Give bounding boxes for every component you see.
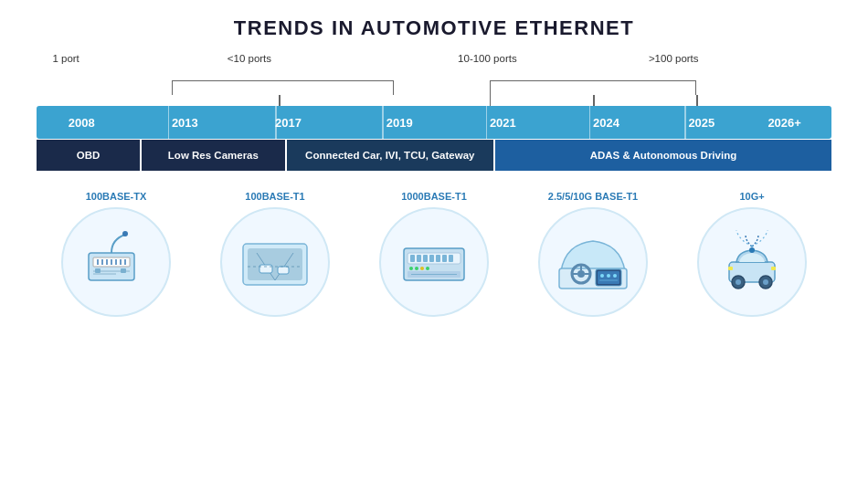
port-label-3: 10-100 ports <box>458 53 517 64</box>
bracket-100ports-right-tick <box>696 95 698 106</box>
year-2025: 2025 <box>688 116 715 130</box>
port-label-2: <10 ports <box>228 53 271 64</box>
dashboard-illustration <box>552 221 634 303</box>
svg-rect-27 <box>436 255 440 262</box>
gateway-illustration <box>393 221 475 303</box>
page: TRENDS IN AUTOMOTIVE ETHERNET 1 port <10… <box>0 0 868 504</box>
svg-point-53 <box>749 247 755 253</box>
tech-label-2: 100BASE-T1 <box>245 191 304 202</box>
svg-rect-18 <box>259 265 272 273</box>
svg-point-38 <box>577 270 585 278</box>
bracket-100ports <box>490 80 696 95</box>
cat-connected: Connected Car, IVI, TCU, Gateway <box>287 140 493 171</box>
bracket-area <box>37 80 831 106</box>
cat-obd: OBD <box>37 140 140 171</box>
svg-rect-54 <box>771 267 776 270</box>
svg-rect-55 <box>728 267 733 270</box>
year-2024: 2024 <box>593 116 619 130</box>
year-2008: 2008 <box>69 116 95 130</box>
icon-item-100base-tx: 100BASE-TX <box>43 191 189 317</box>
icon-item-10g: 10G+ <box>679 191 825 317</box>
svg-rect-25 <box>423 255 428 262</box>
year-2026: 2026+ <box>767 116 801 130</box>
icon-item-100base-t1: 100BASE-T1 <box>202 191 348 317</box>
tick-2025 <box>684 106 686 139</box>
svg-point-31 <box>415 267 418 270</box>
bracket-100ports-left-tick <box>490 95 492 106</box>
tick-2019 <box>382 106 384 139</box>
icon-item-1000base-t1: 1000BASE-T1 <box>361 191 507 317</box>
svg-point-45 <box>607 274 610 278</box>
camera-illustration <box>234 221 316 303</box>
page-title: TRENDS IN AUTOMOTIVE ETHERNET <box>234 16 634 40</box>
circle-gateway <box>379 207 489 317</box>
svg-point-52 <box>763 279 768 285</box>
icon-item-25g-base-t1: 2.5/5/10G BASE-T1 <box>520 191 666 317</box>
svg-rect-15 <box>248 248 302 280</box>
circle-autonomous <box>697 207 807 317</box>
svg-point-44 <box>600 274 604 278</box>
port-label-1: 1 port <box>52 53 79 64</box>
timeline-section: 1 port <10 ports 10-100 ports >100 ports… <box>37 53 831 180</box>
autonomous-illustration <box>711 221 793 303</box>
bracket-10ports-tick <box>279 95 281 106</box>
port-labels: 1 port <10 ports 10-100 ports >100 ports <box>37 53 831 80</box>
svg-point-30 <box>409 267 413 270</box>
category-bar: OBD Low Res Cameras Connected Car, IVI, … <box>37 140 831 171</box>
svg-point-50 <box>736 279 741 285</box>
svg-rect-19 <box>278 267 289 274</box>
year-2017: 2017 <box>275 116 302 130</box>
tick-2024 <box>589 106 591 139</box>
svg-point-46 <box>613 274 617 278</box>
tech-label-5: 10G+ <box>739 191 764 202</box>
timeline-bar: 2008 2013 2017 2019 2021 2024 <box>37 106 831 139</box>
svg-rect-29 <box>449 255 453 262</box>
port-label-4: >100 ports <box>649 53 699 64</box>
cat-low-res: Low Res Cameras <box>142 140 285 171</box>
year-2021: 2021 <box>490 116 516 130</box>
year-2013: 2013 <box>172 116 198 130</box>
icons-section: 100BASE-TX <box>37 191 831 317</box>
svg-rect-24 <box>417 255 421 262</box>
circle-camera <box>220 207 330 317</box>
tick-2021 <box>486 106 488 139</box>
circle-obd <box>61 207 171 317</box>
bracket-100ports-mid-tick <box>593 95 595 106</box>
bracket-10ports <box>172 80 395 95</box>
tech-label-4: 2.5/5/10G BASE-T1 <box>548 191 638 202</box>
cat-adas: ADAS & Autonomous Driving <box>495 140 831 171</box>
svg-rect-23 <box>410 255 415 262</box>
svg-point-32 <box>420 267 424 270</box>
svg-rect-12 <box>95 268 101 273</box>
svg-rect-13 <box>121 268 126 273</box>
svg-point-33 <box>426 267 429 270</box>
svg-point-9 <box>122 231 128 236</box>
obd-illustration <box>75 221 157 303</box>
tech-label-1: 100BASE-TX <box>86 191 147 202</box>
circle-dashboard <box>538 207 648 317</box>
tech-label-3: 1000BASE-T1 <box>401 191 467 202</box>
svg-rect-26 <box>429 255 434 262</box>
svg-rect-28 <box>442 255 447 262</box>
year-2019: 2019 <box>386 116 413 130</box>
tick-2013 <box>168 106 170 139</box>
